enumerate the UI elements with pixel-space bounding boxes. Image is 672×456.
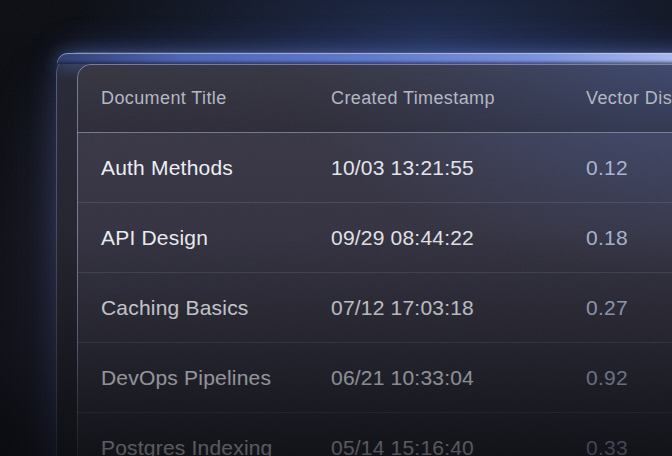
table-row[interactable]: API Design 09/29 08:44:22 0.18	[77, 203, 672, 273]
document-title-cell: API Design	[101, 226, 331, 250]
table-header-row: Document Title Created Timestamp Vector …	[77, 64, 672, 133]
column-header-vector-distance: Vector Distance	[586, 88, 672, 109]
created-timestamp-cell: 07/12 17:03:18	[331, 296, 586, 320]
vector-distance-cell: 0.12	[586, 156, 672, 180]
column-header-created-timestamp: Created Timestamp	[331, 88, 586, 109]
table-row[interactable]: DevOps Pipelines 06/21 10:33:04 0.92	[77, 343, 672, 413]
card-top-highlight	[57, 53, 672, 64]
document-title-cell: DevOps Pipelines	[101, 366, 331, 390]
documents-table: Document Title Created Timestamp Vector …	[77, 64, 672, 456]
table-row[interactable]: Caching Basics 07/12 17:03:18 0.27	[77, 273, 672, 343]
background: Document Title Created Timestamp Vector …	[0, 0, 672, 456]
document-title-cell: Caching Basics	[101, 296, 331, 320]
created-timestamp-cell: 05/14 15:16:40	[331, 436, 586, 456]
table-row[interactable]: Auth Methods 10/03 13:21:55 0.12	[77, 133, 672, 203]
vector-distance-cell: 0.18	[586, 226, 672, 250]
table-body: Auth Methods 10/03 13:21:55 0.12 API Des…	[77, 133, 672, 456]
table-row[interactable]: Postgres Indexing 05/14 15:16:40 0.33	[77, 413, 672, 456]
results-card: Document Title Created Timestamp Vector …	[56, 52, 672, 456]
column-header-document-title: Document Title	[101, 88, 331, 109]
created-timestamp-cell: 06/21 10:33:04	[331, 366, 586, 390]
created-timestamp-cell: 10/03 13:21:55	[331, 156, 586, 180]
vector-distance-cell: 0.27	[586, 296, 672, 320]
vector-distance-cell: 0.92	[586, 366, 672, 390]
document-title-cell: Auth Methods	[101, 156, 331, 180]
document-title-cell: Postgres Indexing	[101, 436, 331, 456]
created-timestamp-cell: 09/29 08:44:22	[331, 226, 586, 250]
vector-distance-cell: 0.33	[586, 436, 672, 456]
